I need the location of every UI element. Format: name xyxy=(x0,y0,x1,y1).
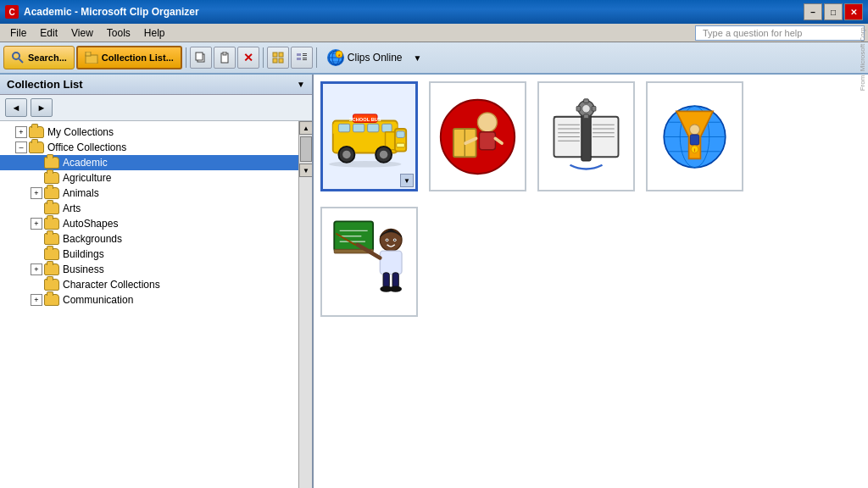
folder-icon-academic xyxy=(44,157,59,169)
tree-expander-animals[interactable]: + xyxy=(31,187,42,199)
tree-item-agriculture[interactable]: Agriculture xyxy=(0,170,312,186)
folder-icon-office-collections xyxy=(29,141,44,153)
clip-item-apple[interactable] xyxy=(429,81,526,191)
scroll-up-button[interactable]: ▲ xyxy=(299,121,312,135)
tree-label-communication: Communication xyxy=(63,294,133,306)
menu-edit[interactable]: Edit xyxy=(33,25,64,41)
tree-item-office-collections[interactable]: –Office Collections xyxy=(0,140,312,155)
svg-point-85 xyxy=(387,239,388,241)
svg-rect-66 xyxy=(576,106,581,111)
minimize-button[interactable]: – xyxy=(804,3,822,20)
tree-item-business[interactable]: +Business xyxy=(0,262,312,277)
svg-text:SCHOOL BUS: SCHOOL BUS xyxy=(349,116,381,121)
tree-item-academic[interactable]: Academic xyxy=(0,155,312,170)
svg-rect-37 xyxy=(397,130,405,137)
nav-back-button[interactable]: ◄ xyxy=(5,98,27,117)
tree-item-autoshapes[interactable]: +AutoShapes xyxy=(0,216,312,231)
tree-scrollbar[interactable]: ▲ ▼ xyxy=(298,121,312,488)
help-search-box[interactable]: Type a question for help xyxy=(695,25,865,41)
svg-rect-11 xyxy=(279,58,283,63)
clip-dropdown-arrow[interactable]: ▼ xyxy=(400,174,414,187)
paste-button[interactable] xyxy=(214,47,236,69)
menu-help[interactable]: Help xyxy=(137,25,172,41)
svg-rect-17 xyxy=(303,59,307,60)
tree-label-backgrounds: Backgrounds xyxy=(63,233,122,245)
search-label: Search... xyxy=(28,53,67,63)
tree-item-character-collections[interactable]: Character Collections xyxy=(0,277,312,292)
svg-point-74 xyxy=(689,124,699,134)
folder-icon-buildings xyxy=(44,248,59,260)
tree-item-backgrounds[interactable]: Backgrounds xyxy=(0,231,312,247)
toolbar-overflow-button[interactable]: ▼ xyxy=(411,51,425,64)
globe-icon: ★ xyxy=(327,49,344,66)
watermark: From: Microsoft Corp. xyxy=(857,24,868,92)
svg-rect-38 xyxy=(397,143,405,147)
tree-item-arts[interactable]: Arts xyxy=(0,201,312,216)
svg-point-0 xyxy=(13,53,19,59)
svg-rect-15 xyxy=(297,58,301,60)
svg-rect-61 xyxy=(581,113,591,161)
clip-art-apple xyxy=(437,97,518,177)
svg-rect-93 xyxy=(392,273,398,288)
tree-label-office-collections: Office Collections xyxy=(47,141,126,153)
tree-content: +My Collections–Office CollectionsAcadem… xyxy=(0,125,312,308)
svg-rect-30 xyxy=(382,124,392,132)
clip-item-bus[interactable]: SCHOOL BUS ▼ xyxy=(320,81,418,191)
title-bar: C Academic - Microsoft Clip Organizer – … xyxy=(0,0,868,24)
tree-item-animals[interactable]: +Animals xyxy=(0,186,312,201)
close-button[interactable]: ✕ xyxy=(844,3,863,20)
sidebar-nav: ◄ ► xyxy=(0,95,312,121)
svg-line-1 xyxy=(19,59,24,64)
sidebar: Collection List ▼ ◄ ► +My Collections–Of… xyxy=(0,75,314,488)
tree-expander-business[interactable]: + xyxy=(31,263,42,275)
tree-label-academic: Academic xyxy=(63,157,108,169)
collection-list-button[interactable]: Collection List... xyxy=(76,46,182,69)
svg-rect-64 xyxy=(584,98,589,103)
folder-icon-my-collections xyxy=(29,126,44,138)
maximize-button[interactable]: □ xyxy=(824,3,843,20)
search-icon xyxy=(11,51,25,64)
folder-icon-character-collections xyxy=(44,279,59,291)
svg-rect-16 xyxy=(303,58,307,58)
toolbar-separator-1 xyxy=(186,47,186,68)
window-controls: – □ ✕ xyxy=(804,3,863,20)
svg-rect-7 xyxy=(223,52,226,55)
view-details-button[interactable] xyxy=(291,47,313,69)
delete-button[interactable]: ✕ xyxy=(237,47,259,69)
folder-icon-autoshapes xyxy=(44,218,59,230)
clip-item-book[interactable] xyxy=(537,81,635,191)
search-button[interactable]: Search... xyxy=(3,46,75,69)
svg-rect-27 xyxy=(338,124,349,132)
clip-item-filter[interactable]: i xyxy=(646,81,743,191)
svg-point-45 xyxy=(478,113,498,132)
tree-expander-communication[interactable]: + xyxy=(31,294,42,306)
tree-item-my-collections[interactable]: +My Collections xyxy=(0,125,312,140)
clips-online-button[interactable]: ★ Clips Online xyxy=(320,47,409,68)
clip-art-bus: SCHOOL BUS xyxy=(329,97,409,177)
svg-rect-67 xyxy=(592,106,596,111)
nav-forward-button[interactable]: ► xyxy=(31,98,53,117)
tree-expander-my-collections[interactable]: + xyxy=(15,126,27,138)
svg-rect-75 xyxy=(690,134,698,144)
scroll-down-button[interactable]: ▼ xyxy=(299,164,312,177)
collection-icon xyxy=(85,52,98,64)
tree-expander-office-collections[interactable]: – xyxy=(15,141,27,153)
sidebar-dropdown-arrow[interactable]: ▼ xyxy=(297,80,305,89)
tree-expander-autoshapes[interactable]: + xyxy=(31,218,42,230)
scroll-thumb[interactable] xyxy=(300,136,312,162)
clips-online-label: Clips Online xyxy=(348,52,403,64)
svg-point-63 xyxy=(582,104,591,113)
menu-view[interactable]: View xyxy=(64,25,100,41)
svg-point-83 xyxy=(380,230,402,252)
view-large-button[interactable] xyxy=(267,47,289,69)
svg-rect-29 xyxy=(368,124,379,132)
tree-item-buildings[interactable]: Buildings xyxy=(0,247,312,262)
menu-tools[interactable]: Tools xyxy=(100,25,137,41)
copy-button[interactable] xyxy=(190,47,212,69)
svg-rect-8 xyxy=(273,53,277,57)
svg-rect-3 xyxy=(86,52,91,56)
menu-file[interactable]: File xyxy=(3,25,33,41)
tree-item-communication[interactable]: +Communication xyxy=(0,292,312,308)
clip-item-teacher[interactable] xyxy=(320,207,418,317)
svg-point-35 xyxy=(380,150,388,158)
